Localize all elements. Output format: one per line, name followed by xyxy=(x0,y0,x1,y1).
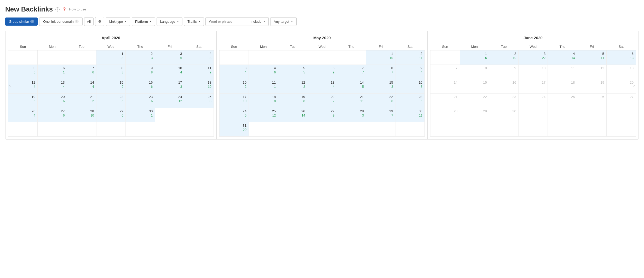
calendar-cell[interactable]: 61 xyxy=(38,65,67,79)
calendar-cell[interactable]: 26 xyxy=(577,94,606,108)
calendar-cell[interactable]: 188 xyxy=(249,94,278,108)
next-month-button[interactable]: › xyxy=(631,80,637,90)
calendar-cell[interactable]: 613 xyxy=(606,50,636,65)
calendar-cell[interactable]: 25 xyxy=(548,94,577,108)
include-dropdown[interactable]: Include ▼ xyxy=(247,17,269,26)
calendar-cell[interactable]: 46 xyxy=(249,65,278,79)
calendar-cell[interactable]: 211 xyxy=(395,50,425,65)
any-target-dropdown[interactable]: Any target ▼ xyxy=(270,17,296,26)
calendar-cell[interactable]: 23 xyxy=(125,50,155,65)
calendar-cell[interactable]: 2412 xyxy=(155,94,184,108)
calendar-cell[interactable]: 2111 xyxy=(337,94,366,108)
calendar-cell[interactable]: 18 xyxy=(548,79,577,94)
calendar-cell[interactable]: 134 xyxy=(307,79,337,94)
calendar-cell[interactable]: 134 xyxy=(38,79,67,94)
calendar-cell[interactable]: 196 xyxy=(8,94,38,108)
calendar-cell[interactable]: 11 xyxy=(548,65,577,79)
calendar-cell[interactable]: 1810 xyxy=(184,79,214,94)
all-button[interactable]: All xyxy=(84,17,94,26)
calendar-cell[interactable]: 87 xyxy=(366,65,395,79)
calendar-cell[interactable]: 21 xyxy=(430,94,460,108)
calendar-cell[interactable]: 279 xyxy=(307,108,337,122)
traffic-dropdown[interactable]: Traffic ▼ xyxy=(184,17,204,26)
calendar-cell[interactable]: 28 xyxy=(430,108,460,122)
link-type-dropdown[interactable]: Link type ▼ xyxy=(106,17,130,26)
calendar-cell[interactable]: 24 xyxy=(519,94,548,108)
calendar-cell[interactable]: 322 xyxy=(519,50,548,65)
calendar-cell[interactable]: 23 xyxy=(489,94,518,108)
word-phrase-input[interactable] xyxy=(205,17,247,26)
calendar-cell[interactable]: 173 xyxy=(155,79,184,94)
language-dropdown[interactable]: Language ▼ xyxy=(157,17,182,26)
calendar-cell[interactable]: 7 xyxy=(430,65,460,79)
calendar-cell[interactable]: 3011 xyxy=(395,108,425,122)
calendar-cell[interactable]: 166 xyxy=(125,79,155,94)
calendar-cell[interactable]: 34 xyxy=(219,65,249,79)
calendar-cell[interactable]: 14 xyxy=(430,79,460,94)
calendar-cell[interactable]: 283 xyxy=(337,108,366,122)
calendar-cell[interactable]: 296 xyxy=(96,108,125,122)
calendar-cell[interactable]: 2810 xyxy=(67,108,96,122)
calendar-cell[interactable]: 258 xyxy=(184,94,214,108)
calendar-cell[interactable]: 111 xyxy=(249,79,278,94)
calendar-cell[interactable]: 236 xyxy=(125,94,155,108)
calendar-cell[interactable]: 276 xyxy=(38,108,67,122)
calendar-cell[interactable]: 301 xyxy=(125,108,155,122)
calendar-cell[interactable]: 145 xyxy=(337,79,366,94)
calendar-cell[interactable]: 245 xyxy=(219,108,249,122)
calendar-cell[interactable]: 13 xyxy=(96,50,125,65)
calendar-cell[interactable]: 144 xyxy=(67,79,96,94)
calendar-cell[interactable]: 206 xyxy=(38,94,67,108)
calendar-cell[interactable]: 168 xyxy=(395,79,425,94)
calendar-cell[interactable]: 27 xyxy=(606,94,636,108)
group-similar-button[interactable]: Group similar i xyxy=(5,18,38,26)
calendar-cell[interactable]: 511 xyxy=(577,50,606,65)
calendar-cell[interactable]: 12 xyxy=(577,65,606,79)
calendar-cell[interactable]: 119 xyxy=(184,65,214,79)
calendar-cell[interactable]: 29 xyxy=(460,108,489,122)
calendar-cell[interactable]: 210 xyxy=(489,50,518,65)
calendar-cell[interactable]: 9 xyxy=(489,65,518,79)
prev-month-button[interactable]: ‹ xyxy=(7,80,13,90)
calendar-cell[interactable]: 15 xyxy=(460,79,489,94)
calendar-cell[interactable]: 159 xyxy=(96,79,125,94)
calendar-cell[interactable]: 264 xyxy=(8,108,38,122)
calendar-cell[interactable]: 19 xyxy=(577,79,606,94)
calendar-cell[interactable]: 13 xyxy=(606,65,636,79)
calendar-cell[interactable]: 297 xyxy=(366,108,395,122)
calendar-cell[interactable]: 30 xyxy=(489,108,518,122)
how-to-use-link[interactable]: How to use xyxy=(69,7,86,11)
calendar-cell[interactable]: 110 xyxy=(366,50,395,65)
calendar-cell[interactable]: 43 xyxy=(184,50,214,65)
calendar-cell[interactable]: 36 xyxy=(155,50,184,65)
calendar-cell[interactable]: 55 xyxy=(278,65,307,79)
calendar-cell[interactable]: 76 xyxy=(67,65,96,79)
calendar-cell[interactable]: 102 xyxy=(219,79,249,94)
calendar-cell[interactable]: 8 xyxy=(460,65,489,79)
calendar-cell[interactable]: 414 xyxy=(548,50,577,65)
calendar-cell[interactable]: 228 xyxy=(366,94,395,108)
calendar-cell[interactable]: 94 xyxy=(395,65,425,79)
calendar-cell[interactable]: 212 xyxy=(67,94,96,108)
gear-button[interactable]: ⚙ xyxy=(95,17,104,26)
calendar-cell[interactable]: 202 xyxy=(307,94,337,108)
calendar-cell[interactable]: 10 xyxy=(519,65,548,79)
calendar-cell[interactable]: 122 xyxy=(278,79,307,94)
calendar-cell[interactable]: 235 xyxy=(395,94,425,108)
one-link-per-domain-button[interactable]: One link per domain i xyxy=(39,17,82,26)
calendar-cell[interactable]: 22 xyxy=(460,94,489,108)
calendar-cell[interactable]: 83 xyxy=(96,65,125,79)
calendar-cell[interactable]: 225 xyxy=(96,94,125,108)
calendar-cell[interactable]: 56 xyxy=(8,65,38,79)
calendar-cell[interactable]: 198 xyxy=(278,94,307,108)
calendar-cell[interactable]: 17 xyxy=(519,79,548,94)
calendar-cell[interactable]: 2614 xyxy=(278,108,307,122)
calendar-cell[interactable]: 2512 xyxy=(249,108,278,122)
calendar-cell[interactable]: 3120 xyxy=(219,122,249,137)
calendar-cell[interactable]: 1710 xyxy=(219,94,249,108)
calendar-cell[interactable]: 69 xyxy=(307,65,337,79)
calendar-cell[interactable]: 104 xyxy=(155,65,184,79)
calendar-cell[interactable]: 153 xyxy=(366,79,395,94)
calendar-cell[interactable]: 16 xyxy=(489,79,518,94)
calendar-cell[interactable]: 98 xyxy=(125,65,155,79)
